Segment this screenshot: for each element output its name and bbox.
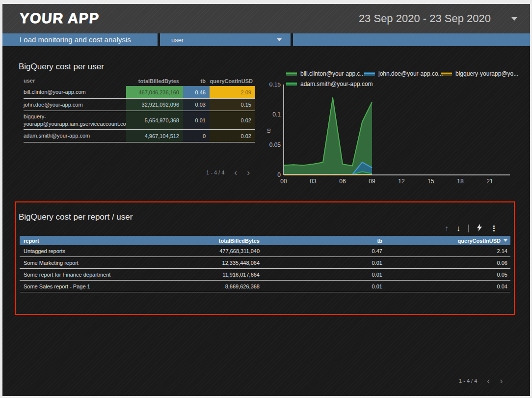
next-page-button[interactable]: ›	[500, 377, 503, 384]
column-header-tb[interactable]: tb	[183, 78, 210, 84]
column-header-report[interactable]: report	[20, 238, 167, 244]
table-row: bigquery-yourapp@yourapp.iam.gserviceacc…	[24, 111, 255, 130]
prev-page-button[interactable]: ‹	[234, 169, 237, 176]
svg-text:06: 06	[339, 178, 346, 185]
usage-area-chart[interactable]: 00.050.10.15tb0003060912151821	[267, 83, 519, 188]
querycost-cell: 0.02	[210, 111, 255, 129]
sort-ascending-icon[interactable]: ↑	[445, 224, 449, 233]
report-cell: Untagged reports	[20, 248, 167, 254]
dropdown-caret-icon	[511, 17, 517, 21]
totalbilledbytes-cell: 32,921,092,096	[126, 99, 183, 111]
legend-item[interactable]: john.doe@your-app.co...	[364, 70, 443, 77]
querycost-cell: 0.04	[385, 284, 510, 289]
querycost-cell: 2.09	[210, 86, 255, 98]
legend-swatch	[364, 72, 375, 76]
svg-text:15: 15	[427, 178, 434, 185]
pagination-label: 1 - 4 / 4	[206, 170, 224, 175]
querycost-cell: 0.05	[385, 272, 510, 278]
tb-cell: 0.01	[183, 111, 210, 129]
table-row: Untagged reports 477,668,311,040 0.47 2.…	[20, 245, 510, 257]
table-row: Some Marketing report 12,335,448,064 0.0…	[20, 257, 510, 269]
legend-swatch	[441, 72, 452, 76]
pagination: 1 - 4 / 4 ‹ ›	[206, 169, 250, 176]
toolbar-divider	[468, 225, 469, 232]
dashboard-app: YOUR APP 23 Sep 2020 - 23 Sep 2020 Load …	[2, 4, 530, 396]
user-cell: john.doe@your-app.com	[24, 99, 126, 111]
user-cell: adam.smith@your-app.com	[24, 130, 126, 142]
svg-text:0.05: 0.05	[269, 142, 281, 148]
querycost-cell: 0.15	[210, 99, 255, 111]
totalbilledbytes-cell: 12,335,448,064	[167, 260, 263, 266]
screenshot-canvas: YOUR APP 23 Sep 2020 - 23 Sep 2020 Load …	[0, 0, 532, 398]
pagination: 1 - 4 / 4 ‹ ›	[459, 377, 503, 384]
report-cell: Some Sales report - Page 1	[20, 284, 167, 289]
querycost-cell: 0.06	[385, 260, 510, 266]
svg-text:09: 09	[369, 178, 375, 185]
tb-cell: 0.01	[263, 284, 385, 289]
column-header-tb[interactable]: tb	[263, 238, 385, 244]
user-cell: bill.clinton@your-app.com	[24, 86, 126, 98]
legend-item[interactable]: bigquery-yourapp@yo...	[441, 70, 518, 77]
svg-text:00: 00	[280, 178, 287, 185]
user-filter-value: user	[160, 36, 277, 44]
app-header: YOUR APP 23 Sep 2020 - 23 Sep 2020	[2, 4, 530, 33]
column-header-totalbilledbytes[interactable]: totalBilledBytes	[126, 78, 183, 84]
tb-cell: 0.01	[263, 260, 385, 266]
svg-text:12: 12	[398, 178, 405, 185]
table-header-row: user totalBilledBytes tb queryCostInUSD	[24, 76, 255, 86]
more-options-icon[interactable]: ⋮	[490, 224, 498, 233]
svg-text:03: 03	[310, 178, 317, 185]
usage-chart-svg: 00.050.10.15tb0003060912151821	[267, 83, 519, 188]
querycost-cell: 2.14	[385, 248, 510, 254]
prev-page-button[interactable]: ‹	[487, 377, 490, 384]
legend-item[interactable]: bill.clinton@your-app.c...	[286, 70, 365, 77]
app-logo: YOUR APP	[19, 10, 100, 27]
totalbilledbytes-cell: 8,669,626,368	[167, 284, 263, 289]
section-title-cost-per-user: BigQuery cost per user	[19, 62, 104, 72]
sort-descending-icon[interactable]: ↓	[456, 224, 460, 233]
table-row: bill.clinton@your-app.com 467,046,236,16…	[24, 86, 255, 99]
tb-cell: 0.03	[183, 99, 210, 111]
totalbilledbytes-cell: 11,916,017,664	[167, 272, 263, 278]
report-cell: Some report for Finance department	[20, 272, 167, 278]
tb-cell: 0.01	[263, 272, 385, 278]
svg-text:tb: tb	[267, 128, 271, 133]
table-toolbar: ↑ ↓ ⋮	[445, 224, 498, 233]
date-range-value: 23 Sep 2020 - 23 Sep 2020	[359, 12, 491, 25]
date-range-picker[interactable]: 23 Sep 2020 - 23 Sep 2020	[359, 12, 517, 25]
cost-per-user-table: user totalBilledBytes tb queryCostInUSD …	[24, 76, 255, 142]
tb-cell: 0.47	[263, 248, 385, 254]
column-header-querycostinusd[interactable]: queryCostInUSD	[385, 238, 510, 244]
tb-cell: 0.46	[183, 86, 210, 98]
column-header-user[interactable]: user	[24, 77, 126, 84]
totalbilledbytes-cell: 467,046,236,160	[126, 86, 183, 98]
sort-caret-icon	[504, 239, 507, 242]
section-title-cost-per-report: BigQuery cost per report / user	[19, 212, 133, 222]
svg-text:21: 21	[486, 178, 493, 185]
column-header-totalbilledbytes[interactable]: totalBilledBytes	[167, 238, 263, 244]
user-filter-dropdown[interactable]: user	[160, 33, 291, 46]
totalbilledbytes-cell: 5,654,970,368	[126, 111, 183, 129]
report-title: Load monitoring and cost analysis	[2, 33, 158, 46]
next-page-button[interactable]: ›	[247, 169, 250, 176]
table-row: john.doe@your-app.com 32,921,092,096 0.0…	[24, 99, 255, 111]
table-row: Some report for Finance department 11,91…	[20, 269, 510, 281]
table-row: Some Sales report - Page 1 8,669,626,368…	[20, 281, 510, 292]
report-cell: Some Marketing report	[20, 260, 167, 266]
user-cell: bigquery-yourapp@yourapp.iam.gserviceacc…	[24, 111, 126, 129]
lightning-bolt-icon	[477, 224, 482, 231]
totalbilledbytes-cell: 4,967,104,512	[126, 130, 183, 142]
querycost-cell: 0.02	[210, 130, 255, 142]
legend-label: john.doe@your-app.co...	[378, 70, 443, 77]
legend-label: bigquery-yourapp@yo...	[455, 70, 518, 77]
svg-text:18: 18	[457, 178, 464, 185]
svg-text:0: 0	[277, 171, 281, 178]
filter-bar-spacer	[293, 33, 530, 46]
table-row: adam.smith@your-app.com 4,967,104,512 0 …	[24, 130, 255, 142]
column-header-querycostinusd[interactable]: queryCostInUSD	[210, 78, 255, 84]
totalbilledbytes-cell: 477,668,311,040	[167, 248, 263, 254]
table-header-row: report totalBilledBytes tb queryCostInUS…	[20, 236, 510, 245]
quick-action-icon[interactable]	[477, 224, 482, 233]
tb-cell: 0	[183, 130, 210, 142]
pagination-label: 1 - 4 / 4	[459, 378, 477, 384]
